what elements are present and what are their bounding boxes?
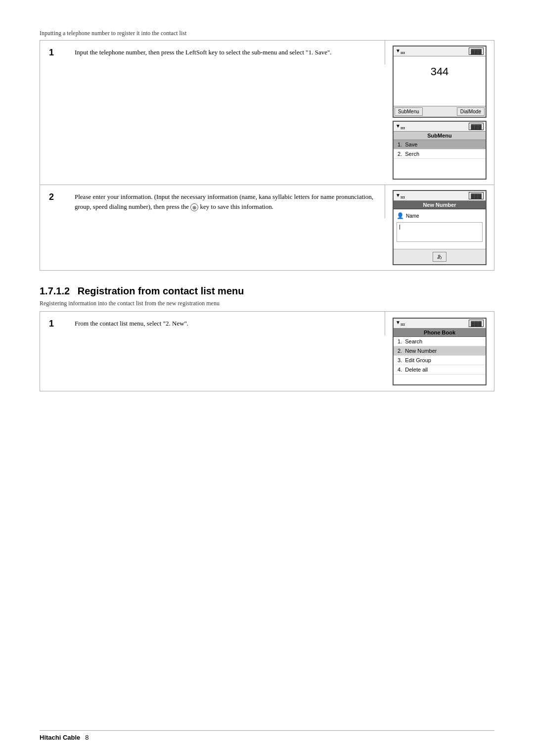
step-phone-1: ▼ɪɪɪ ▓▓▓ 344 SubMenu DialMode ▼ɪɪɪ	[385, 41, 494, 185]
newnumber-title: New Number	[394, 201, 486, 209]
intro-text: Inputting a telephone number to register…	[40, 30, 494, 37]
phonebook-item-3[interactable]: 3. Edit Group	[394, 356, 486, 365]
signal-icon-3: ▼ɪɪɪ	[396, 192, 405, 199]
ok-key-icon: ⊛	[190, 203, 198, 211]
steps-section-2: 1 From the contact list menu, select "2.…	[40, 311, 494, 391]
step-number-1: 1	[40, 41, 70, 65]
contact-icon: 👤	[397, 212, 404, 219]
step-number-2: 2	[40, 185, 70, 209]
footer-page: 8	[85, 734, 89, 741]
signal-icon-1: ▼ɪɪɪ	[396, 48, 405, 55]
dual-screens-1: ▼ɪɪɪ ▓▓▓ 344 SubMenu DialMode ▼ɪɪɪ	[393, 46, 487, 180]
newnumber-screen: ▼ɪɪɪ ▓▓▓ New Number 👤 Name | あ	[393, 190, 487, 265]
step-text-2: Please enter your information. (Input th…	[70, 185, 385, 218]
phonebook-item-2[interactable]: 2. New Number	[394, 346, 486, 356]
section-heading: 1.7.1.2 Registration from contact list m…	[40, 285, 494, 297]
phonebook-item-4[interactable]: 4. Delete all	[394, 365, 486, 375]
section-title: Registration from contact list menu	[78, 285, 244, 296]
battery-icon-4: ▓▓▓	[469, 320, 484, 327]
dial-status-bar: ▼ɪɪɪ ▓▓▓	[394, 47, 486, 56]
battery-icon-3: ▓▓▓	[469, 192, 484, 199]
newnumber-body: 👤 Name |	[394, 209, 486, 249]
submenu-item-serch[interactable]: 2. Serch	[394, 149, 486, 159]
step-phone-3: ▼ɪɪɪ ▓▓▓ Phone Book 1. Search 2. New Num…	[385, 312, 494, 391]
softkey-submenu[interactable]: SubMenu	[395, 107, 423, 116]
newnumber-name-row: 👤 Name	[397, 211, 483, 220]
signal-icon-2: ▼ɪɪɪ	[396, 123, 405, 130]
name-input-area[interactable]: |	[397, 222, 483, 242]
step-text-3: From the contact list menu, select "2. N…	[70, 312, 385, 335]
steps-section-1: 1 Input the telephone number, then press…	[40, 40, 494, 271]
dial-number: 344	[398, 59, 482, 82]
page-footer: Hitachi Cable 8	[40, 730, 494, 741]
submenu-title: SubMenu	[394, 132, 486, 140]
step-text-1: Input the telephone number, then press t…	[70, 41, 385, 64]
newnumber-status-bar: ▼ɪɪɪ ▓▓▓	[394, 191, 486, 201]
phonebook-item-1[interactable]: 1. Search	[394, 337, 486, 346]
dial-body: 344	[394, 56, 486, 106]
submenu-screen: ▼ɪɪɪ ▓▓▓ SubMenu 1. Save 2. Serch	[393, 121, 487, 180]
signal-icon-4: ▼ɪɪɪ	[396, 320, 405, 327]
phonebook-title: Phone Book	[394, 329, 486, 337]
name-label: Name	[406, 213, 419, 219]
softkey-dialmode[interactable]: DialMode	[457, 107, 485, 116]
footer-brand: Hitachi Cable	[40, 734, 80, 741]
newnumber-softkey-a[interactable]: あ	[433, 252, 446, 262]
dial-softkeys: SubMenu DialMode	[394, 106, 486, 117]
battery-icon-1: ▓▓▓	[469, 47, 484, 55]
section-number: 1.7.1.2	[40, 285, 70, 296]
phonebook-screen: ▼ɪɪɪ ▓▓▓ Phone Book 1. Search 2. New Num…	[393, 318, 487, 385]
battery-icon-2: ▓▓▓	[469, 123, 484, 130]
step-row-2: 2 Please enter your information. (Input …	[40, 185, 494, 271]
step-phone-2: ▼ɪɪɪ ▓▓▓ New Number 👤 Name | あ	[385, 185, 494, 270]
step-number-3: 1	[40, 312, 70, 336]
submenu-item-save[interactable]: 1. Save	[394, 140, 486, 149]
step-row-1: 1 Input the telephone number, then press…	[40, 40, 494, 185]
section-subtext: Registering information into the contact…	[40, 300, 494, 307]
step-row-3: 1 From the contact list menu, select "2.…	[40, 311, 494, 391]
phonebook-status-bar: ▼ɪɪɪ ▓▓▓	[394, 319, 486, 329]
dial-screen: ▼ɪɪɪ ▓▓▓ 344 SubMenu DialMode	[393, 46, 487, 118]
submenu-status-bar: ▼ɪɪɪ ▓▓▓	[394, 122, 486, 132]
